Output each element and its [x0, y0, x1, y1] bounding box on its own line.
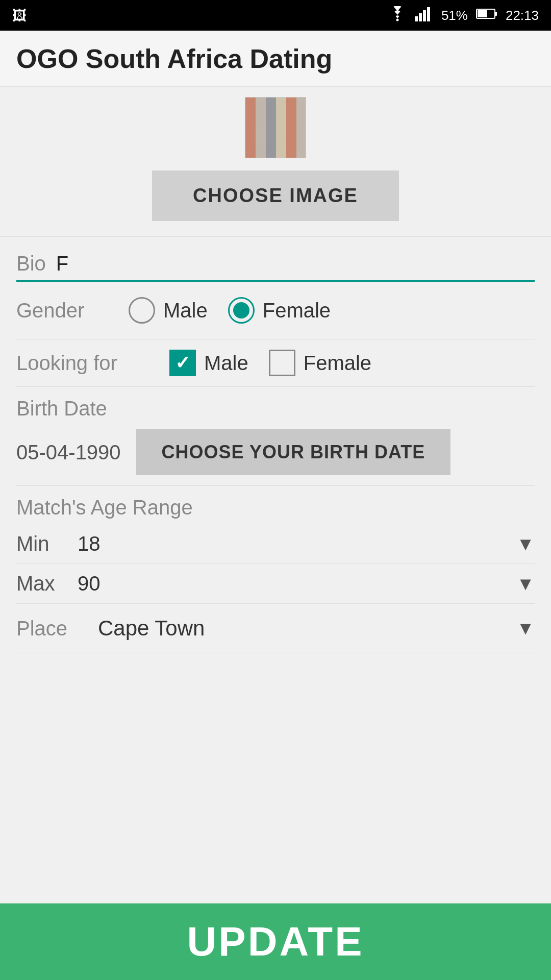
gender-male-option[interactable]: Male: [129, 297, 208, 324]
max-dropdown-icon[interactable]: ▼: [516, 573, 535, 595]
birth-date-label: Birth Date: [16, 387, 535, 424]
place-value: Cape Town: [98, 616, 516, 641]
min-age-row[interactable]: Min 18 ▼: [16, 524, 535, 564]
clothing-image-preview: [245, 97, 306, 158]
gender-label: Gender: [16, 299, 129, 322]
content-area: CHOOSE IMAGE Bio Gender Male: [0, 87, 551, 745]
bio-label: Bio: [16, 252, 46, 275]
svg-rect-7: [478, 10, 487, 17]
looking-for-male-label: Male: [204, 352, 248, 375]
photo-icon: 🖼: [12, 8, 27, 23]
looking-for-male-checkbox[interactable]: ✓: [169, 350, 196, 376]
gender-radio-group: Male Female: [129, 297, 331, 324]
bio-input[interactable]: [56, 252, 535, 275]
looking-for-female-checkbox[interactable]: [269, 350, 295, 376]
age-range-section: Match's Age Range Min 18 ▼ Max 90 ▼: [16, 486, 535, 603]
place-row[interactable]: Place Cape Town ▼: [16, 604, 535, 653]
looking-for-female-label: Female: [304, 352, 371, 375]
gender-male-label: Male: [163, 299, 208, 322]
svg-rect-6: [495, 12, 497, 16]
gender-female-label: Female: [263, 299, 331, 322]
birth-date-section: Birth Date 05-04-1990 CHOOSE YOUR BIRTH …: [16, 387, 535, 485]
svg-rect-3: [423, 10, 426, 21]
choose-image-button[interactable]: CHOOSE IMAGE: [152, 170, 399, 221]
svg-rect-4: [427, 7, 430, 21]
status-bar: 🖼 51% 22:13: [0, 0, 551, 31]
gender-male-radio[interactable]: [129, 297, 155, 324]
birth-date-row: 05-04-1990 CHOOSE YOUR BIRTH DATE: [16, 424, 535, 485]
divider-7: [16, 653, 535, 653]
looking-for-checkbox-group: ✓ Male Female: [169, 350, 371, 376]
looking-for-label: Looking for: [16, 352, 169, 375]
svg-point-0: [396, 18, 398, 21]
battery-icon: [476, 7, 497, 23]
svg-rect-2: [419, 13, 422, 21]
app-bar: OGO South Africa Dating: [0, 31, 551, 87]
gender-female-radio-inner: [233, 302, 249, 318]
max-label: Max: [16, 572, 78, 595]
max-age-value: 90: [78, 572, 516, 595]
clock: 22:13: [506, 8, 539, 23]
signal-icon: [415, 6, 433, 25]
looking-for-female-option[interactable]: Female: [269, 350, 371, 376]
gender-female-radio[interactable]: [228, 297, 255, 324]
form-section: Bio Gender Male Female: [0, 237, 551, 664]
svg-rect-1: [415, 16, 418, 21]
min-label: Min: [16, 532, 78, 555]
app-title: OGO South Africa Dating: [16, 43, 332, 74]
gender-female-option[interactable]: Female: [228, 297, 331, 324]
gender-row: Gender Male Female: [16, 282, 535, 339]
min-dropdown-icon[interactable]: ▼: [516, 533, 535, 555]
place-dropdown-icon[interactable]: ▼: [516, 618, 535, 639]
image-section: CHOOSE IMAGE: [0, 87, 551, 236]
battery-percentage: 51%: [441, 8, 468, 23]
looking-for-row: Looking for ✓ Male Female: [16, 339, 535, 386]
profile-image[interactable]: [245, 97, 306, 158]
bio-row: Bio: [16, 247, 535, 282]
age-range-label: Match's Age Range: [16, 486, 535, 524]
choose-birth-date-button[interactable]: CHOOSE YOUR BIRTH DATE: [136, 429, 451, 475]
wifi-icon: [388, 6, 407, 25]
looking-for-male-option[interactable]: ✓ Male: [169, 350, 248, 376]
checkmark-icon: ✓: [175, 354, 190, 372]
max-age-row[interactable]: Max 90 ▼: [16, 564, 535, 603]
place-label: Place: [16, 617, 98, 640]
update-button[interactable]: UPDATE: [0, 903, 551, 980]
min-age-value: 18: [78, 532, 516, 555]
birth-date-value: 05-04-1990: [16, 441, 121, 464]
